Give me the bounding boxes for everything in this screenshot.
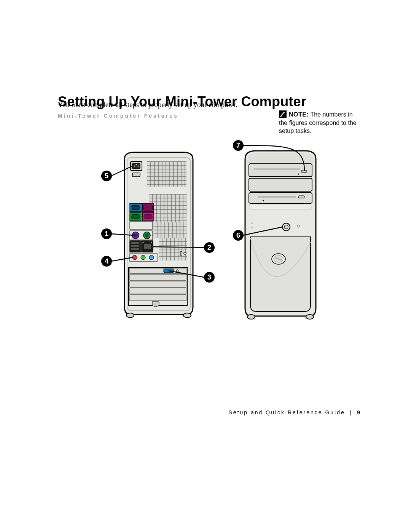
svg-rect-31 xyxy=(131,242,139,244)
svg-rect-19 xyxy=(143,205,153,210)
svg-point-60 xyxy=(263,200,264,201)
diagram-area: 5 1 4 2 3 7 6 xyxy=(58,137,361,335)
svg-point-15 xyxy=(184,252,186,255)
footer-page-number: 9 xyxy=(357,409,361,415)
callout-7: 7 xyxy=(233,140,244,151)
note-box: NOTE: The numbers in the figures corresp… xyxy=(279,110,361,135)
svg-rect-58 xyxy=(258,196,296,198)
svg-rect-53 xyxy=(254,168,300,170)
svg-point-1 xyxy=(126,313,134,318)
svg-rect-23 xyxy=(144,214,152,219)
svg-point-41 xyxy=(149,255,154,260)
svg-rect-0 xyxy=(280,116,282,117)
note-label: NOTE: xyxy=(289,111,309,118)
svg-rect-48 xyxy=(130,288,186,294)
svg-rect-61 xyxy=(250,205,311,209)
svg-point-6 xyxy=(134,165,135,166)
callout-5: 5 xyxy=(101,171,112,181)
svg-rect-46 xyxy=(130,274,186,280)
svg-rect-24 xyxy=(130,222,153,229)
section-subhead: Mini-Tower Computer Features xyxy=(58,113,178,119)
svg-rect-59 xyxy=(298,196,304,198)
callout-4: 4 xyxy=(101,256,112,267)
intro-text: You must complete all steps to properly … xyxy=(58,101,237,109)
svg-point-50 xyxy=(247,315,255,319)
callout-2: 2 xyxy=(204,242,215,253)
callout-6: 6 xyxy=(233,230,244,241)
svg-point-2 xyxy=(183,313,191,318)
tower-back xyxy=(124,152,193,318)
note-icon xyxy=(279,110,287,118)
svg-point-66 xyxy=(284,225,288,229)
svg-point-55 xyxy=(298,173,299,174)
svg-rect-56 xyxy=(249,178,312,191)
tower-front xyxy=(245,151,316,319)
svg-point-51 xyxy=(306,315,314,319)
footer-book-title: Setup and Quick Reference Guide xyxy=(229,409,345,415)
svg-rect-33 xyxy=(131,248,139,250)
svg-rect-21 xyxy=(131,214,140,219)
footer-separator: | xyxy=(348,409,355,415)
svg-point-37 xyxy=(151,241,152,243)
callout-1: 1 xyxy=(101,228,112,239)
callout-3: 3 xyxy=(204,272,215,283)
svg-rect-9 xyxy=(132,173,140,177)
svg-point-28 xyxy=(145,233,149,237)
svg-point-63 xyxy=(251,227,253,228)
svg-point-36 xyxy=(142,241,143,243)
footer: Setup and Quick Reference Guide | 9 xyxy=(229,409,361,415)
svg-rect-49 xyxy=(130,295,186,301)
svg-rect-47 xyxy=(130,281,186,287)
svg-rect-32 xyxy=(131,245,139,247)
svg-point-45 xyxy=(176,270,178,272)
svg-point-62 xyxy=(251,222,253,224)
svg-point-7 xyxy=(137,165,139,166)
svg-rect-35 xyxy=(144,244,151,249)
svg-point-39 xyxy=(132,255,137,260)
svg-point-40 xyxy=(141,255,145,260)
svg-rect-17 xyxy=(132,205,139,210)
svg-rect-14 xyxy=(180,251,182,256)
svg-point-8 xyxy=(136,164,137,165)
